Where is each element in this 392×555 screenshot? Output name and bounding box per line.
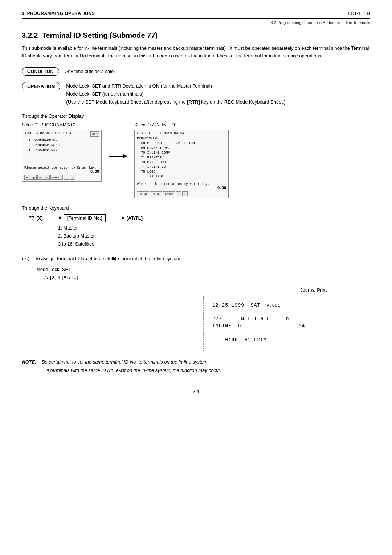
note-text-2: If terminals with the same ID No. exist … — [46, 368, 221, 373]
svg-marker-3 — [59, 216, 62, 219]
screen1-caption: Select "1 PROGRAMMING". — [22, 122, 77, 127]
rtr-key: [RTR] — [187, 99, 200, 105]
screen2-key-down[interactable]: ↓ — [182, 191, 188, 196]
section-heading: Terminal ID Setting (Submode 77) — [42, 31, 158, 39]
arrow1-svg — [44, 215, 62, 221]
journal-line-3: P77 I N L I N E I D — [212, 316, 339, 322]
ex-x-key: [X] — [50, 275, 56, 280]
kbd-flow: 77 [X] [Terminal ID No.] [AT/TL] — [29, 214, 370, 222]
kbd-list: 1: Master 2: Backup Master 3 to 16: Sate… — [58, 224, 370, 248]
ex-text: ex.) To assign Terminal ID No. 4 to a sa… — [22, 255, 370, 263]
svg-marker-5 — [122, 216, 125, 219]
kbd-attl-label: [AT/TL] — [127, 215, 143, 221]
journal-section: Journal Print 12-25-1999 SAT #3001 P77 I… — [22, 287, 370, 351]
sub-header-text: 3.2 Programming Operations Added for In-… — [271, 20, 370, 25]
ex-mode-lock: Mode Lock: SET — [36, 266, 370, 274]
header-left: 3. PROGRAMMING OPERATIONS — [22, 11, 95, 16]
op-line-2: Mode Lock: SET (for other terminals) — [66, 90, 286, 98]
screen1-status: Please select operation by Enter key. — [24, 165, 99, 170]
sub-header: 3.2 Programming Operations Added for In-… — [22, 20, 370, 25]
journal-caption: Journal Print — [300, 287, 327, 293]
kbd-arrow-2-icon — [107, 215, 125, 221]
screen1-key-pgup[interactable]: Pg up — [24, 175, 37, 180]
screen2-key-up[interactable]: ↑ — [176, 191, 181, 196]
op-line-3: (Use the SET Mode Keyboard Sheet after d… — [66, 98, 286, 106]
screen1-topbar: ● SET ● 02-06-1999 03:04 RTR — [24, 131, 99, 137]
screen1-amount: O.OO — [24, 170, 99, 174]
kbd-terminal-id-box: [Terminal ID No.] — [64, 214, 106, 222]
kbd-list-item-2: 2: Backup Master — [58, 232, 370, 240]
arrow-between-screens — [109, 133, 127, 180]
page: 3. PROGRAMMING OPERATIONS EO1-11138 3.2 … — [0, 0, 392, 555]
journal-line-blank-2 — [212, 330, 339, 336]
screen2-keys: Pg up Pg dw Enter ↑ ↓ — [137, 191, 226, 196]
kbd-list-item-1: 1: Master — [58, 224, 370, 232]
kbd-list-item-3: 3 to 16: Satellites — [58, 240, 370, 248]
ex-prefix: ex.) — [22, 256, 34, 261]
condition-text: Any time outside a sale — [65, 69, 114, 74]
screen2-item-1: 68 PC COMM T/M DESIGN — [137, 141, 226, 146]
journal-hash: #3001 — [267, 303, 281, 308]
header-bar: 3. PROGRAMMING OPERATIONS EO1-11138 — [22, 11, 370, 19]
journal-box: 12-25-1999 SAT #3001 P77 I N L I N E I D… — [203, 296, 348, 351]
ex-attl-key: [AT/TL] — [62, 275, 78, 280]
screen1-item-3: 3 PROGRAM DLL — [24, 147, 99, 152]
screen2-heading: PROGRAMMING — [137, 137, 226, 140]
screen1-col: Select "1 PROGRAMMING". ● SET ● 02-06-19… — [22, 122, 102, 182]
screen2-item-5: 73 PRICE CHG — [137, 160, 226, 165]
operation-text: Mode Lock: SET and RTR Declaration is ON… — [66, 82, 286, 106]
condition-row: CONDITION Any time outside a sale — [22, 67, 370, 76]
through-keyboard-heading: Through the Keyboard — [22, 205, 370, 211]
operation-badge: OPERATION — [22, 82, 60, 90]
intro-text: This submode is available for in-line te… — [22, 45, 370, 60]
section-number: 3.2.2 — [22, 31, 38, 39]
journal-line-4: INLINE ID 04 — [212, 323, 339, 329]
screen2-key-pgdw[interactable]: Pg dw — [150, 191, 162, 196]
page-number: 3-4 — [193, 389, 199, 394]
note-text-1: Be certain not to set the same terminal … — [42, 359, 209, 365]
screen2-status: Please select operation by Enter key. — [137, 181, 226, 186]
footer: 3-4 — [22, 389, 370, 394]
kbd-arrow-1-icon — [44, 215, 62, 221]
kbd-number: 77 — [29, 215, 34, 221]
screen2-key-enter[interactable]: Enter — [163, 191, 175, 196]
condition-badge: CONDITION — [22, 67, 59, 76]
screen1-rtr: RTR — [90, 131, 99, 137]
screen2-item-6: 77 INLINE ID — [137, 165, 226, 169]
ex-section: ex.) To assign Terminal ID No. 4 to a sa… — [22, 255, 370, 281]
note-line-1: NOTE: Be certain not to set the same ter… — [22, 358, 370, 366]
screen2-key-pgup[interactable]: Pg up — [137, 191, 149, 196]
screen2-item-2: 69 CONNECT REG — [137, 146, 226, 150]
journal-line-blank-1 — [212, 309, 339, 315]
note-line-2: If terminals with the same ID No. exist … — [46, 366, 370, 374]
screen1-box: ● SET ● 02-06-1999 03:04 RTR 1 PROGRAMMI… — [22, 130, 102, 182]
ex-description: To assign Terminal ID No. 4 to a satelli… — [35, 256, 181, 261]
screen2-caption: Select "77 INLINE ID". — [134, 122, 177, 127]
operation-row: OPERATION Mode Lock: SET and RTR Declara… — [22, 82, 370, 106]
screen2-box: ● SET ● 02-06-1999 03:04 PROGRAMMING 68 … — [134, 130, 229, 198]
screen1-key-down[interactable]: ↓ — [70, 175, 75, 180]
screen2-amount: O.OO — [137, 186, 226, 190]
journal-line-6: 0196 01:52TM — [212, 337, 339, 343]
screen2-topbar: ● SET ● 02-06-1999 03:04 — [137, 131, 226, 135]
arrow2-svg — [107, 215, 125, 221]
op-line-1: Mode Lock: SET and RTR Declaration is ON… — [66, 82, 286, 90]
screen1-item-1: 1 PROGRAMMING — [24, 138, 99, 143]
screen1-key-pgdw[interactable]: Pg dw — [37, 175, 50, 180]
screen2-col: Select "77 INLINE ID". ● SET ● 02-06-199… — [134, 122, 229, 198]
ex-mode-lock-text: Mode Lock: SET — [36, 267, 71, 272]
right-arrow-icon — [109, 153, 127, 160]
journal-line-1: 12-25-1999 SAT #3001 — [212, 303, 339, 308]
display-row-pair: Select "1 PROGRAMMING". ● SET ● 02-06-19… — [22, 122, 370, 198]
screen1-key-enter[interactable]: Enter — [50, 175, 63, 180]
screen1-topbar-text: ● SET ● 02-06-1999 03:04 — [24, 131, 72, 137]
keyboard-section: Through the Keyboard 77 [X] [Terminal ID… — [22, 205, 370, 248]
screen2-item-8: TAX TABLE — [137, 174, 226, 179]
note-label: NOTE: — [22, 359, 40, 365]
screen1-keys: Pg up Pg dw Enter ↑ ↓ — [24, 175, 99, 180]
section-title: 3.2.2 Terminal ID Setting (Submode 77) — [22, 31, 370, 40]
note-section: NOTE: Be certain not to set the same ter… — [22, 358, 370, 374]
kbd-x-key: [X] — [36, 215, 42, 221]
svg-marker-1 — [123, 154, 127, 158]
screen1-key-up[interactable]: ↑ — [64, 175, 69, 180]
